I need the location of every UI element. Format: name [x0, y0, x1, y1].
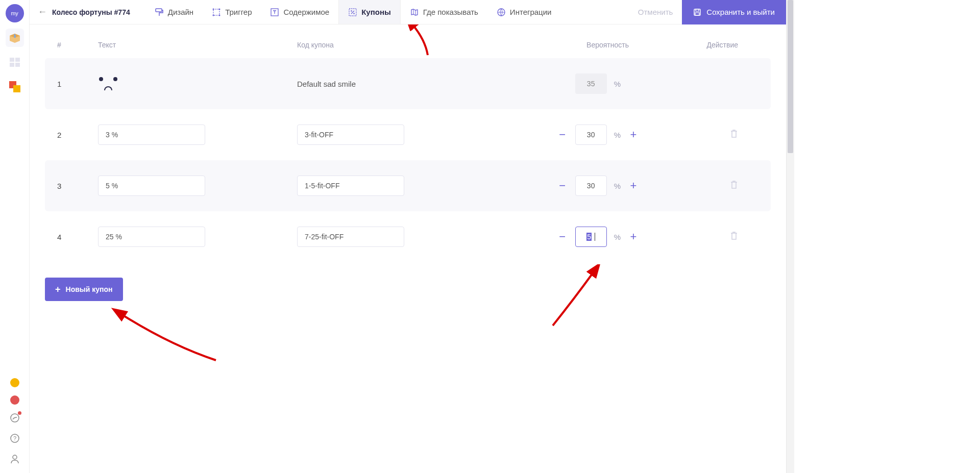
- shapes-icon: [9, 81, 20, 92]
- svg-rect-0: [10, 58, 14, 62]
- svg-rect-10: [156, 9, 162, 12]
- avatar[interactable]: my: [6, 4, 24, 22]
- tab-integrations[interactable]: Интеграции: [487, 0, 561, 24]
- tab-label: Дизайн: [168, 8, 193, 16]
- prob-input[interactable]: [575, 176, 607, 196]
- svg-point-14: [213, 14, 214, 16]
- user-icon: [10, 454, 20, 464]
- tab-content[interactable]: Содержимое: [261, 0, 338, 24]
- svg-point-13: [219, 8, 220, 10]
- text-input[interactable]: [98, 125, 205, 145]
- svg-rect-5: [13, 85, 20, 92]
- delete-button[interactable]: [730, 231, 738, 242]
- paint-roller-icon: [155, 8, 164, 17]
- code-input[interactable]: [297, 176, 404, 196]
- row-num: 1: [57, 80, 98, 88]
- tab-label: Интеграции: [510, 8, 552, 16]
- layout-icon: [10, 58, 20, 67]
- delete-button[interactable]: [730, 180, 738, 191]
- bounding-box-icon: [212, 8, 221, 17]
- tab-design[interactable]: Дизайн: [145, 0, 203, 24]
- rail-help[interactable]: ?: [10, 433, 20, 445]
- minus-button[interactable]: −: [557, 179, 568, 192]
- th-act: Действие: [649, 41, 758, 49]
- th-text: Текст: [98, 41, 297, 49]
- status-dot-yellow[interactable]: [10, 378, 19, 387]
- row-code: Default sad smile: [297, 80, 496, 88]
- th-prob: Вероятность: [496, 41, 649, 49]
- plus-button[interactable]: +: [628, 230, 639, 243]
- tab-trigger[interactable]: Триггер: [203, 0, 261, 24]
- save-icon: [693, 8, 701, 16]
- text-input[interactable]: [98, 176, 205, 196]
- pct-sign: %: [614, 233, 621, 241]
- delete-button[interactable]: [730, 129, 738, 140]
- content-area: # Текст Код купона Вероятность Действие …: [30, 24, 786, 473]
- svg-rect-1: [15, 58, 20, 62]
- header: ← Колесо фортуны #774 Дизайн Триггер Сод…: [30, 0, 786, 24]
- save-label: Сохранить и выйти: [706, 8, 775, 16]
- annotation-arrow: [543, 264, 614, 331]
- sad-face-icon: [98, 77, 118, 90]
- svg-point-15: [219, 14, 220, 16]
- svg-text:?: ?: [13, 435, 16, 441]
- box-icon: [9, 33, 21, 43]
- cancel-button[interactable]: Отменить: [638, 8, 673, 16]
- row-num: 3: [57, 182, 98, 190]
- code-input[interactable]: [297, 227, 404, 247]
- tab-label: Где показывать: [423, 8, 478, 16]
- prob-input[interactable]: 5: [575, 227, 607, 247]
- tab-where[interactable]: Где показывать: [401, 0, 487, 24]
- row-text: [98, 77, 297, 90]
- map-icon: [410, 8, 419, 17]
- table-row: 1 Default sad smile %: [45, 58, 771, 109]
- table-row: 2 − % +: [45, 109, 771, 160]
- row-num: 4: [57, 233, 98, 241]
- rail-item-box[interactable]: [6, 29, 24, 47]
- rail-user[interactable]: [10, 454, 20, 466]
- code-input[interactable]: [297, 125, 404, 145]
- chat-icon: [10, 413, 20, 423]
- percent-icon: [348, 8, 357, 17]
- left-rail: my ?: [0, 0, 30, 473]
- plus-button[interactable]: +: [628, 128, 639, 141]
- svg-rect-11: [213, 9, 219, 15]
- new-coupon-button[interactable]: + Новый купон: [45, 278, 123, 301]
- pct-sign: %: [614, 80, 621, 88]
- rail-item-shapes[interactable]: [6, 78, 24, 96]
- status-dot-red[interactable]: [10, 395, 19, 405]
- back-arrow[interactable]: ←: [38, 7, 47, 17]
- minus-button[interactable]: −: [557, 230, 568, 243]
- scrollbar[interactable]: [786, 0, 794, 473]
- svg-point-19: [353, 13, 355, 14]
- rail-chat[interactable]: [10, 413, 20, 425]
- tabs: Дизайн Триггер Содержимое Купоны Где пок…: [145, 0, 638, 24]
- prob-input[interactable]: [575, 125, 607, 145]
- th-code: Код купона: [297, 41, 496, 49]
- plus-button[interactable]: +: [628, 179, 639, 192]
- svg-point-18: [351, 10, 352, 12]
- svg-rect-22: [696, 9, 699, 11]
- tab-label: Купоны: [361, 8, 391, 16]
- text-input[interactable]: [98, 227, 205, 247]
- scrollbar-thumb[interactable]: [788, 0, 793, 153]
- tab-label: Триггер: [225, 8, 252, 16]
- text-cursor: [595, 233, 595, 241]
- svg-rect-3: [15, 63, 20, 67]
- annotation-arrow: [109, 304, 221, 365]
- svg-point-12: [213, 8, 214, 10]
- rail-item-layout[interactable]: [6, 53, 24, 71]
- svg-rect-2: [10, 63, 14, 67]
- tab-coupons[interactable]: Купоны: [338, 0, 401, 24]
- save-button[interactable]: Сохранить и выйти: [682, 0, 786, 24]
- text-box-icon: [270, 8, 279, 17]
- svg-point-9: [13, 455, 17, 459]
- table-row: 4 − 5 % +: [45, 211, 771, 262]
- minus-button[interactable]: −: [557, 128, 568, 141]
- pct-sign: %: [614, 182, 621, 190]
- help-icon: ?: [10, 433, 20, 443]
- table-row: 3 − % +: [45, 160, 771, 211]
- row-num: 2: [57, 131, 98, 139]
- tab-label: Содержимое: [283, 8, 329, 16]
- th-num: #: [57, 41, 98, 49]
